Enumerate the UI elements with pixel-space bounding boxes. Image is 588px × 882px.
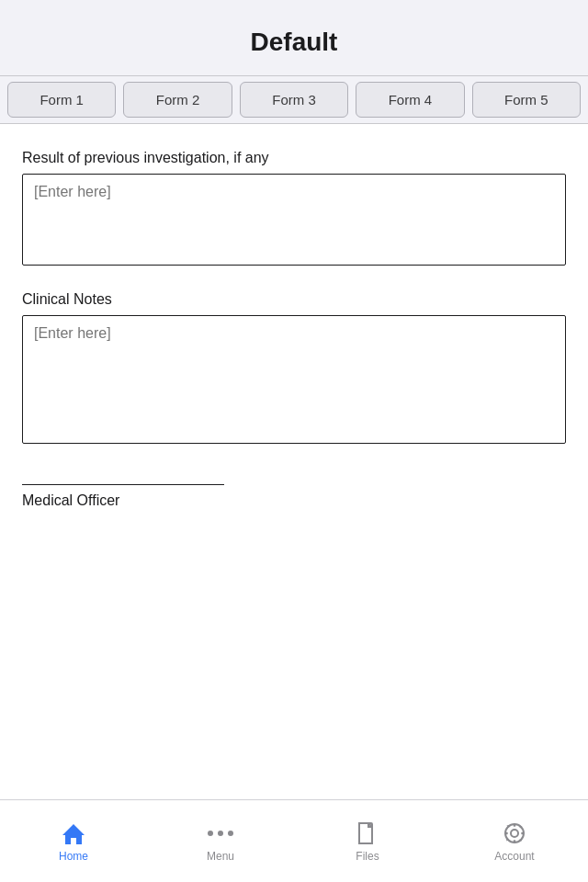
header: Default (0, 0, 588, 75)
tab-form5[interactable]: Form 5 (472, 82, 581, 118)
tab-form2[interactable]: Form 2 (123, 82, 232, 118)
files-icon (355, 820, 380, 846)
nav-account[interactable]: Account (441, 820, 588, 863)
signature-section: Medical Officer (22, 484, 566, 527)
main-content: Result of previous investigation, if any… (0, 124, 588, 799)
nav-menu-label: Menu (207, 850, 234, 863)
nav-home-label: Home (59, 850, 88, 863)
field2-label: Clinical Notes (22, 291, 566, 308)
page-title: Default (251, 28, 338, 56)
svg-point-3 (511, 830, 518, 837)
tab-form3[interactable]: Form 3 (240, 82, 348, 118)
tab-form4[interactable]: Form 4 (356, 82, 464, 118)
field1-input[interactable] (22, 174, 566, 266)
nav-menu[interactable]: Menu (147, 820, 294, 863)
menu-icon (208, 820, 233, 846)
tab-bar: Form 1 Form 2 Form 3 Form 4 Form 5 (0, 75, 588, 124)
bottom-nav: Home Menu Files (0, 799, 588, 882)
home-icon (61, 820, 86, 846)
nav-home[interactable]: Home (0, 820, 147, 863)
field1-label: Result of previous investigation, if any (22, 150, 566, 166)
nav-files-label: Files (356, 850, 379, 863)
field2-input[interactable] (22, 315, 566, 444)
svg-marker-0 (62, 824, 85, 844)
nav-files[interactable]: Files (294, 820, 441, 863)
tab-form1[interactable]: Form 1 (7, 82, 116, 118)
signature-line (22, 484, 224, 485)
signature-label: Medical Officer (22, 492, 566, 509)
account-icon (502, 820, 527, 846)
nav-account-label: Account (494, 850, 534, 863)
